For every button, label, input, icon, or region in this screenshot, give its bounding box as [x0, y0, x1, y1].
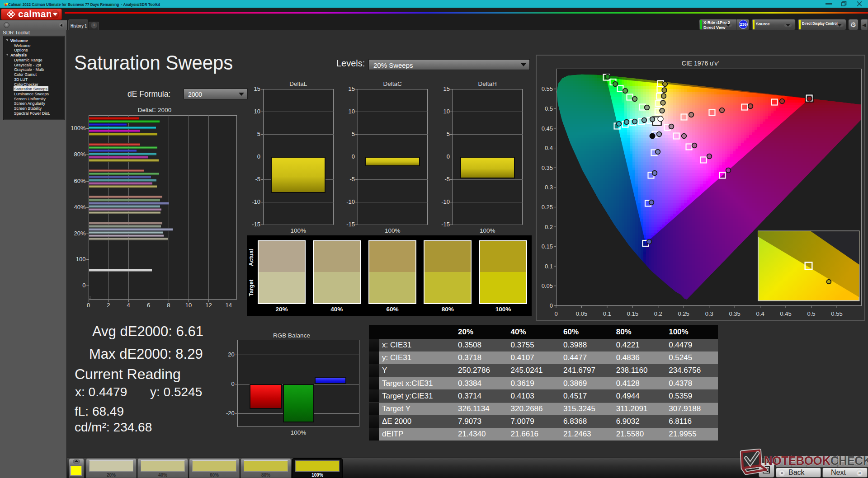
svg-text:0.05: 0.05 [542, 282, 553, 289]
svg-text:0: 0 [554, 310, 557, 317]
svg-text:0.35: 0.35 [729, 310, 741, 317]
svg-text:0.25: 0.25 [678, 310, 689, 317]
svg-text:0.25: 0.25 [542, 204, 553, 211]
svg-text:0: 0 [550, 302, 553, 309]
svg-text:0.2: 0.2 [654, 310, 662, 317]
svg-text:0.35: 0.35 [542, 164, 553, 171]
svg-text:0.2: 0.2 [545, 224, 553, 230]
svg-text:0.15: 0.15 [627, 310, 638, 317]
svg-text:0.3: 0.3 [705, 310, 713, 317]
svg-text:0.1: 0.1 [603, 310, 611, 317]
svg-text:0.1: 0.1 [545, 263, 553, 270]
svg-text:0.45: 0.45 [780, 310, 791, 317]
svg-text:0.4: 0.4 [545, 145, 553, 151]
svg-text:CIE 1976 u'v': CIE 1976 u'v' [682, 60, 719, 67]
svg-text:0.5: 0.5 [807, 310, 815, 317]
svg-text:0.5: 0.5 [545, 105, 553, 112]
svg-text:0.45: 0.45 [542, 125, 553, 132]
svg-text:0.05: 0.05 [576, 310, 587, 317]
svg-text:0.4: 0.4 [756, 310, 764, 317]
svg-text:0.55: 0.55 [831, 310, 842, 317]
svg-text:0.15: 0.15 [542, 243, 553, 250]
svg-text:0.55: 0.55 [542, 85, 553, 92]
svg-text:0.3: 0.3 [545, 184, 553, 191]
